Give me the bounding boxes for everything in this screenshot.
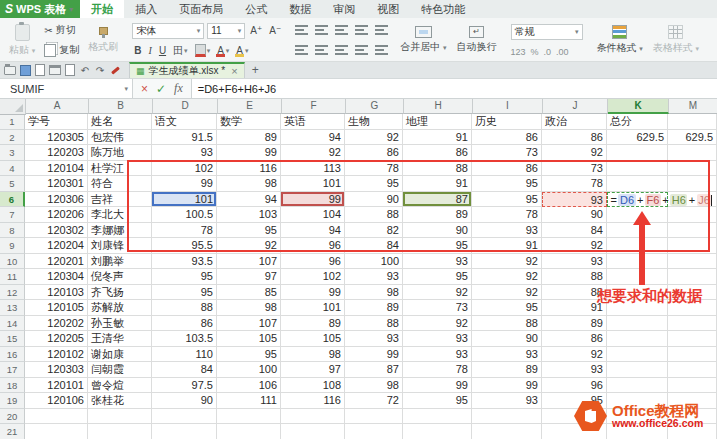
cell-K15[interactable]: [607, 331, 668, 347]
symbol-button[interactable]: Ω 符号 ▾: [712, 20, 717, 60]
cell-E6[interactable]: 94: [217, 192, 281, 208]
cell-D13[interactable]: 88: [152, 300, 217, 316]
cell-A16[interactable]: 120102: [25, 347, 88, 363]
cell-G19[interactable]: 72: [345, 393, 403, 409]
cell-F15[interactable]: 105: [281, 331, 345, 347]
cell-D5[interactable]: 99: [152, 176, 217, 192]
cell-F21[interactable]: [281, 424, 345, 439]
cell-A9[interactable]: 120204: [25, 238, 88, 254]
cell-I13[interactable]: 95: [472, 300, 542, 316]
cell-E10[interactable]: 107: [217, 254, 281, 270]
cell-I20[interactable]: [472, 409, 542, 425]
cell-E13[interactable]: 98: [217, 300, 281, 316]
cell-E12[interactable]: 85: [217, 285, 281, 301]
cell-G15[interactable]: 93: [345, 331, 403, 347]
cell-M10[interactable]: [668, 254, 717, 270]
cell-I3[interactable]: 73: [472, 145, 542, 161]
cell-J15[interactable]: 86: [542, 331, 607, 347]
cell-F19[interactable]: 116: [281, 393, 345, 409]
row-header-21[interactable]: 21: [0, 424, 25, 439]
cell-F7[interactable]: 104: [281, 207, 345, 223]
cell-E8[interactable]: 95: [217, 223, 281, 239]
cell-D3[interactable]: 93: [152, 145, 217, 161]
italic-button[interactable]: I: [147, 45, 154, 56]
cell-H6[interactable]: 87: [403, 192, 472, 208]
close-tab-icon[interactable]: ×: [231, 65, 237, 77]
cell-I14[interactable]: 88: [472, 316, 542, 332]
name-box[interactable]: SUMIF ▾: [0, 79, 133, 98]
cell-I7[interactable]: 78: [472, 207, 542, 223]
cell-D21[interactable]: [152, 424, 217, 439]
cell-D8[interactable]: 78: [152, 223, 217, 239]
cell-I21[interactable]: [472, 424, 542, 439]
cell-M17[interactable]: [668, 362, 717, 378]
row-header-20[interactable]: 20: [0, 409, 25, 425]
cell-B20[interactable]: [88, 409, 152, 425]
cell-F12[interactable]: 99: [281, 285, 345, 301]
cell-E20[interactable]: [217, 409, 281, 425]
tab-特色功能[interactable]: 特色功能: [410, 0, 476, 18]
cell-B4[interactable]: 杜学江: [88, 161, 152, 177]
cell-A8[interactable]: 120302: [25, 223, 88, 239]
cell-H18[interactable]: 99: [403, 378, 472, 394]
cell-J18[interactable]: 96: [542, 378, 607, 394]
cell-H9[interactable]: 95: [403, 238, 472, 254]
cell-G12[interactable]: 98: [345, 285, 403, 301]
cell-A5[interactable]: 120301: [25, 176, 88, 192]
cell-M8[interactable]: [668, 223, 717, 239]
copy-button[interactable]: 复制: [40, 42, 83, 58]
cell-F11[interactable]: 102: [281, 269, 345, 285]
paste-button[interactable]: 粘贴 ▾: [4, 20, 40, 60]
cell-D17[interactable]: 84: [152, 362, 217, 378]
row-header-2[interactable]: 2: [0, 130, 25, 146]
cell-M16[interactable]: [668, 347, 717, 363]
cell-H7[interactable]: 89: [403, 207, 472, 223]
cell-B9[interactable]: 刘康锋: [88, 238, 152, 254]
cell-G14[interactable]: 88: [345, 316, 403, 332]
cell-M5[interactable]: [668, 176, 717, 192]
cell-A14[interactable]: 120202: [25, 316, 88, 332]
cell-D10[interactable]: 93.5: [152, 254, 217, 270]
cell-D14[interactable]: 86: [152, 316, 217, 332]
cell-F1[interactable]: 英语: [281, 114, 345, 130]
tab-开始[interactable]: 开始: [80, 0, 124, 18]
cell-B10[interactable]: 刘鹏举: [88, 254, 152, 270]
column-header-E[interactable]: E: [218, 99, 282, 114]
cell-E16[interactable]: 95: [217, 347, 281, 363]
cell-F10[interactable]: 96: [281, 254, 345, 270]
cell-I16[interactable]: 93: [472, 347, 542, 363]
cell-M9[interactable]: [668, 238, 717, 254]
cell-D4[interactable]: 102: [152, 161, 217, 177]
cell-H15[interactable]: 93: [403, 331, 472, 347]
align-top-button[interactable]: [293, 25, 310, 35]
row-header-9[interactable]: 9: [0, 238, 25, 254]
row-header-15[interactable]: 15: [0, 331, 25, 347]
row-header-8[interactable]: 8: [0, 223, 25, 239]
cell-F2[interactable]: 94: [281, 130, 345, 146]
cell-B15[interactable]: 王清华: [88, 331, 152, 347]
cell-G21[interactable]: [345, 424, 403, 439]
column-header-G[interactable]: G: [346, 99, 404, 114]
column-header-J[interactable]: J: [543, 99, 608, 114]
cell-F4[interactable]: 113: [281, 161, 345, 177]
cell-A18[interactable]: 120101: [25, 378, 88, 394]
ink-button[interactable]: [108, 64, 122, 77]
cell-H17[interactable]: 78: [403, 362, 472, 378]
row-header-16[interactable]: 16: [0, 347, 25, 363]
format-painter-button[interactable]: 格式刷: [83, 20, 123, 60]
cell-J4[interactable]: 73: [542, 161, 607, 177]
cell-K16[interactable]: [607, 347, 668, 363]
cell-F5[interactable]: 101: [281, 176, 345, 192]
cell-G10[interactable]: 100: [345, 254, 403, 270]
cell-E11[interactable]: 97: [217, 269, 281, 285]
cell-I5[interactable]: 95: [472, 176, 542, 192]
cell-J13[interactable]: 91: [542, 300, 607, 316]
percent-button[interactable]: %: [531, 47, 539, 57]
font-size-select[interactable]: 11▾: [207, 23, 245, 39]
cell-M3[interactable]: [668, 145, 717, 161]
row-header-19[interactable]: 19: [0, 393, 25, 409]
cell-M18[interactable]: [668, 378, 717, 394]
cell-I17[interactable]: 89: [472, 362, 542, 378]
cell-J14[interactable]: 89: [542, 316, 607, 332]
underline-button[interactable]: U: [157, 45, 168, 56]
